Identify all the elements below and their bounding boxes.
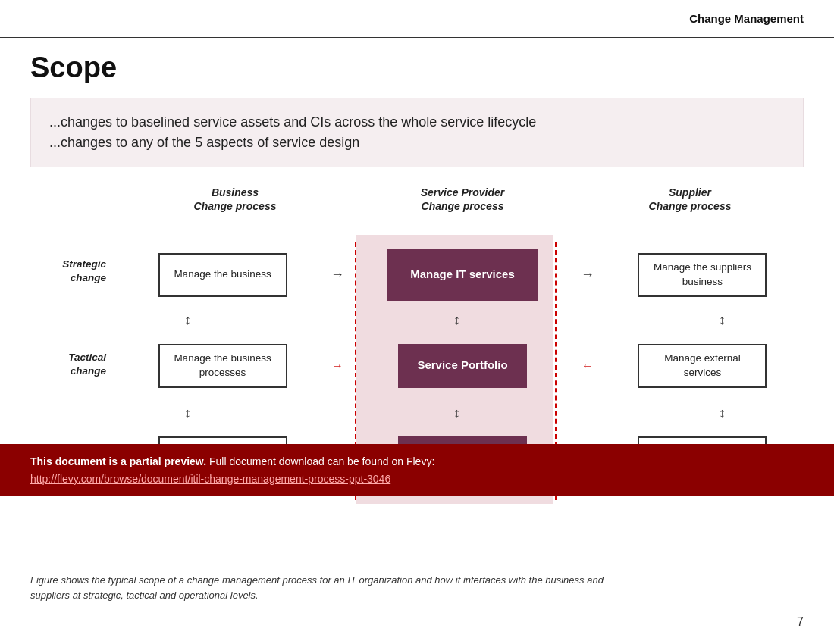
- column-headers: BusinessChange process Service ProviderC…: [121, 186, 804, 213]
- box-tactical-supplier: Manage external services: [638, 344, 767, 388]
- box-strategic-business: Manage the business: [158, 253, 287, 297]
- figure-caption: Figure shows the typical scope of a chan…: [30, 573, 622, 602]
- row-label-tactical: Tacticalchange: [30, 351, 114, 377]
- cell-tactical-supplier: Manage external services: [601, 336, 804, 396]
- v-arrow-business-2: ↕: [184, 405, 191, 421]
- box-manage-it: Manage IT services: [387, 249, 538, 301]
- v-arrow-supplier-2: ↕: [719, 405, 726, 421]
- main-content: Scope ...changes to baselined service as…: [30, 38, 804, 644]
- header-title: Change Management: [689, 12, 804, 25]
- col-header-supplier: SupplierChange process: [576, 186, 804, 213]
- info-box: ...changes to baselined service assets a…: [30, 98, 804, 167]
- preview-banner: This document is a partial preview. Full…: [0, 444, 834, 496]
- info-line-1: ...changes to baselined service assets a…: [49, 112, 785, 133]
- row-tactical: Manage the business processes → Service …: [121, 326, 804, 405]
- page-number: 7: [797, 615, 804, 629]
- v-arrow-sp-1: ↕: [453, 312, 460, 328]
- arrow-strategic-left: →: [324, 267, 351, 283]
- col-header-business: BusinessChange process: [121, 186, 349, 213]
- arrow-strategic-right: →: [574, 267, 601, 283]
- header: Change Management: [0, 0, 834, 38]
- row-label-strategic: Strategicchange: [30, 258, 114, 284]
- cell-strategic-business: Manage the business: [121, 245, 324, 305]
- cell-strategic-supplier: Manage the suppliers business: [601, 245, 804, 305]
- arrow-tactical-right: ←: [574, 359, 601, 373]
- row-strategic: Manage the business → Manage IT services…: [121, 235, 804, 314]
- info-line-2: ...changes to any of the 5 aspects of se…: [49, 133, 785, 153]
- col-header-sp: Service ProviderChange process: [349, 186, 576, 213]
- banner-link[interactable]: http://flevy.com/browse/document/itil-ch…: [30, 473, 390, 485]
- page-heading: Scope: [30, 52, 804, 84]
- v-arrow-business-1: ↕: [184, 312, 191, 328]
- box-tactical-business: Manage the business processes: [158, 344, 287, 388]
- box-strategic-supplier: Manage the suppliers business: [638, 253, 767, 297]
- caption-text: Figure shows the typical scope of a chan…: [30, 574, 604, 601]
- v-arrow-supplier-1: ↕: [719, 312, 726, 328]
- cell-tactical-sp: Service Portfolio: [351, 336, 574, 396]
- cell-tactical-business: Manage the business processes: [121, 336, 324, 396]
- box-service-portfolio: Service Portfolio: [398, 344, 527, 388]
- banner-bold: This document is a partial preview.: [30, 455, 206, 467]
- cell-strategic-sp: Manage IT services: [351, 245, 574, 305]
- v-arrow-sp-2: ↕: [453, 405, 460, 421]
- arrow-tactical-left: →: [324, 359, 351, 373]
- banner-text: Full document download can be found on F…: [209, 455, 434, 467]
